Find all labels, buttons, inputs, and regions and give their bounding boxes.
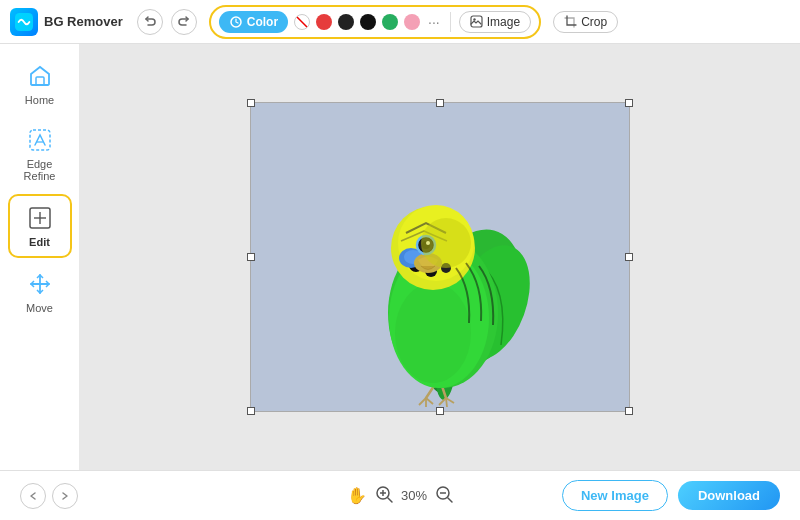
- home-icon: [26, 62, 54, 90]
- svg-point-40: [421, 218, 471, 268]
- swatch-dark-red[interactable]: [338, 14, 354, 30]
- toolbar-pill: Color ··· Image: [209, 5, 541, 39]
- bottom-left: [20, 483, 78, 509]
- crop-btn-label: Crop: [581, 15, 607, 29]
- bottom-bar: ✋ 30% New Image Download: [0, 470, 800, 520]
- svg-line-18: [426, 398, 433, 404]
- logo-text: BG Remover: [44, 14, 123, 29]
- swatch-green[interactable]: [382, 14, 398, 30]
- image-btn-label: Image: [487, 15, 520, 29]
- svg-rect-5: [36, 77, 44, 85]
- zoom-controls: ✋ 30%: [347, 485, 453, 507]
- logo-area: BG Remover: [10, 8, 123, 36]
- swatch-red[interactable]: [316, 14, 332, 30]
- redo-button[interactable]: [171, 9, 197, 35]
- main-area: Home Edge Refine Edit: [0, 44, 800, 470]
- zoom-in-icon[interactable]: [375, 485, 393, 507]
- sidebar-item-edit-label: Edit: [29, 236, 50, 248]
- edge-refine-icon: [26, 126, 54, 154]
- sidebar: Home Edge Refine Edit: [0, 44, 80, 470]
- image-button[interactable]: Image: [459, 11, 531, 33]
- color-btn-label: Color: [247, 15, 278, 29]
- more-colors-button[interactable]: ···: [426, 14, 442, 30]
- sidebar-item-home[interactable]: Home: [8, 54, 72, 114]
- sidebar-item-move[interactable]: Move: [8, 262, 72, 322]
- svg-point-26: [395, 283, 471, 383]
- toolbar-separator: [450, 12, 451, 32]
- svg-point-4: [473, 18, 475, 20]
- sidebar-item-edit[interactable]: Edit: [8, 194, 72, 258]
- swatch-no-color[interactable]: [294, 14, 310, 30]
- svg-line-2: [297, 17, 307, 27]
- zoom-out-icon[interactable]: [435, 485, 453, 507]
- svg-rect-3: [471, 16, 482, 27]
- svg-line-16: [419, 398, 426, 405]
- crop-button[interactable]: Crop: [553, 11, 618, 33]
- parrot-image: [251, 103, 629, 411]
- svg-rect-6: [30, 130, 50, 150]
- color-button[interactable]: Color: [219, 11, 288, 33]
- sidebar-item-move-label: Move: [26, 302, 53, 314]
- move-icon: [26, 270, 54, 298]
- pan-tool-icon[interactable]: ✋: [347, 486, 367, 505]
- sidebar-item-home-label: Home: [25, 94, 54, 106]
- canvas-container[interactable]: [250, 102, 630, 412]
- next-button[interactable]: [52, 483, 78, 509]
- undo-button[interactable]: [137, 9, 163, 35]
- swatch-pink[interactable]: [404, 14, 420, 30]
- zoom-level: 30%: [401, 488, 427, 503]
- swatch-black[interactable]: [360, 14, 376, 30]
- sidebar-item-edge-refine-label: Edge Refine: [18, 158, 62, 182]
- download-button[interactable]: Download: [678, 481, 780, 510]
- header: BG Remover Color ··· Image Crop: [0, 0, 800, 44]
- logo-icon: [10, 8, 38, 36]
- prev-button[interactable]: [20, 483, 46, 509]
- svg-line-47: [448, 498, 452, 502]
- bottom-right: New Image Download: [562, 480, 780, 511]
- new-image-button[interactable]: New Image: [562, 480, 668, 511]
- edit-icon: [26, 204, 54, 232]
- sidebar-item-edge-refine[interactable]: Edge Refine: [8, 118, 72, 190]
- canvas-area: [80, 44, 800, 470]
- svg-line-44: [388, 498, 392, 502]
